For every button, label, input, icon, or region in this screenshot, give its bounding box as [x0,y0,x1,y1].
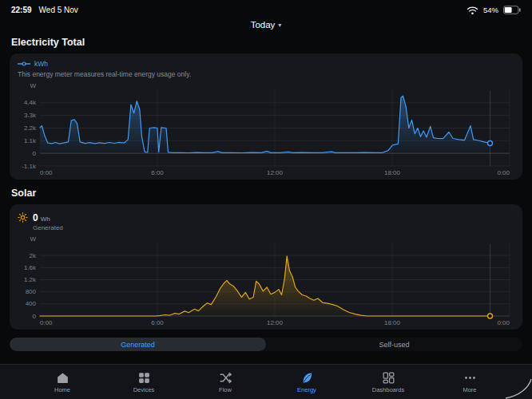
bottom-tab-bar: Home Devices Flow En [0,364,532,399]
section-title-electricity: Electricity Total [11,37,522,48]
solar-generated-label: Generated [33,224,63,231]
tab-more-label: More [463,386,476,393]
svg-text:400: 400 [26,300,37,307]
flow-arrows-icon [219,371,232,385]
tab-devices-label: Devices [133,386,155,393]
tab-generated[interactable]: Generated [10,338,266,351]
tab-flow-label: Flow [219,386,232,393]
energy-leaf-icon [300,371,314,385]
svg-text:0:00: 0:00 [497,169,510,176]
tab-dashboards-label: Dashboards [372,386,404,393]
electricity-card: kWh This energy meter measures real-time… [10,53,522,180]
solar-summary: 0 Wh Generated [16,211,516,231]
date-range-selector[interactable]: Today ▾ [251,20,282,30]
svg-text:0: 0 [33,150,37,157]
tab-self-used[interactable]: Self-used [266,338,522,351]
solar-chart[interactable]: 04008001.2k1.6k2kW0:006:0012:0018:000:00 [16,233,516,327]
svg-text:2k: 2k [30,252,37,259]
svg-text:-1.1k: -1.1k [22,163,37,170]
status-right: 54% [466,6,521,15]
date-range-label: Today [251,20,276,30]
svg-text:0:00: 0:00 [40,319,53,326]
solar-figures: 0 Wh Generated [33,212,63,231]
solar-generated-unit: Wh [41,215,50,223]
svg-text:3.3k: 3.3k [24,112,37,119]
svg-text:6:00: 6:00 [151,169,164,176]
dashboards-icon [382,371,395,385]
svg-text:6:00: 6:00 [151,319,164,326]
legend-label: kWh [34,60,48,68]
svg-text:0:00: 0:00 [40,169,53,176]
content: Electricity Total kWh This energy meter … [0,37,532,351]
chevron-down-icon: ▾ [278,22,281,29]
solar-generated-value: 0 [33,212,38,223]
devices-grid-icon [137,371,151,385]
legend-line-icon [18,61,30,66]
svg-text:W: W [30,235,36,243]
tab-home-label: Home [54,386,70,393]
tab-devices[interactable]: Devices [120,371,168,393]
svg-text:4.4k: 4.4k [24,99,37,106]
top-bar: Today ▾ [0,16,532,34]
tab-flow[interactable]: Flow [201,371,249,393]
electricity-note: This energy meter measures real-time ene… [18,70,516,78]
status-bar: 22:59 Wed 5 Nov 54% [0,0,532,16]
more-dots-icon [463,371,477,385]
svg-text:800: 800 [26,288,37,295]
battery-icon [503,6,521,14]
section-title-solar: Solar [11,188,522,199]
status-time: 22:59 [11,6,32,14]
sun-icon [18,212,28,223]
tab-energy[interactable]: Energy [283,371,331,393]
svg-text:W: W [30,82,36,89]
tab-energy-label: Energy [297,386,316,393]
svg-text:2.2k: 2.2k [24,124,37,132]
tab-dashboards[interactable]: Dashboards [364,371,412,393]
status-date: Wed 5 Nov [39,6,78,14]
svg-text:0:00: 0:00 [497,319,510,326]
solar-card: 0 Wh Generated 04008001.2k1.6k2kW0:006:0… [10,204,522,330]
tab-home[interactable]: Home [38,371,86,393]
status-left: 22:59 Wed 5 Nov [11,6,78,14]
svg-text:18:00: 18:00 [384,169,401,176]
svg-text:12:00: 12:00 [267,169,284,176]
svg-text:12:00: 12:00 [267,319,284,326]
app-screen: 22:59 Wed 5 Nov 54% Today ▾ Electricity … [0,0,532,399]
svg-text:0: 0 [33,313,37,320]
wifi-icon [466,6,478,15]
battery-percent: 54% [483,6,498,14]
svg-text:18:00: 18:00 [384,319,401,326]
svg-text:1.1k: 1.1k [24,137,37,144]
electricity-chart[interactable]: -1.1k01.1k2.2k3.3k4.4kW0:006:0012:0018:0… [16,80,516,177]
tab-more[interactable]: More [446,371,494,393]
home-icon [56,371,69,385]
svg-text:1.6k: 1.6k [24,264,37,271]
solar-mode-switch: Generated Self-used [10,338,522,351]
kwh-legend[interactable]: kWh [16,60,516,68]
svg-text:1.2k: 1.2k [24,276,37,283]
